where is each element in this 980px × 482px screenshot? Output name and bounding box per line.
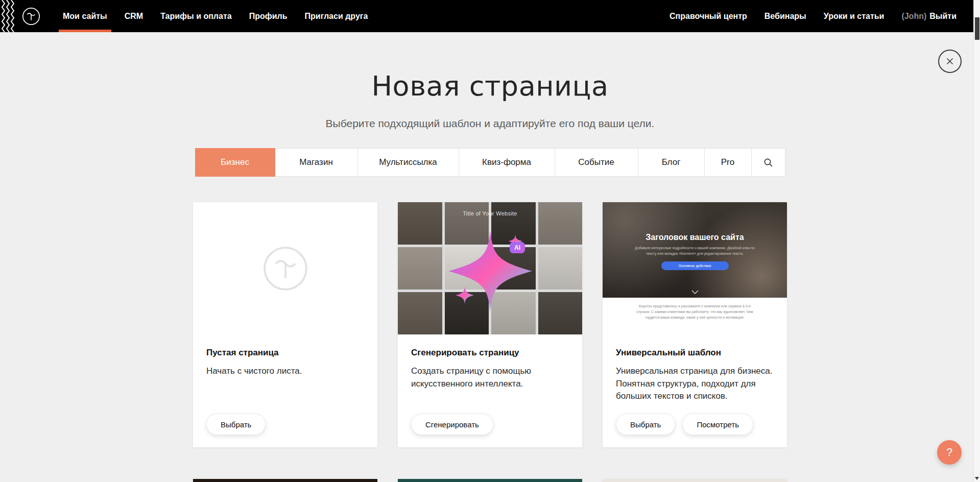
template-grid-row2	[193, 479, 787, 482]
logout-label: Выйти	[929, 12, 957, 21]
tab-search[interactable]	[752, 148, 785, 177]
template-grid: Пустая страница Начать с чистого листа. …	[193, 202, 787, 447]
template-hero-title: Заголовок вашего сайта	[603, 202, 787, 242]
template-hero-subtitle: Добавьте интересные подробности о вашей …	[634, 246, 755, 256]
nav-help-center[interactable]: Справочный центр	[661, 0, 756, 32]
nav-logout[interactable]: (John) Выйти	[893, 0, 965, 32]
scrollbar[interactable]	[973, 0, 980, 482]
template-preview: Заголовок вашего сайта Добавьте интересн…	[603, 202, 787, 334]
template-cta-button: Основное действие	[661, 261, 729, 270]
card-title: Пустая страница	[206, 348, 364, 358]
scroll-down-arrow-icon[interactable]	[975, 477, 979, 480]
help-button[interactable]: ?	[937, 440, 962, 465]
tab-shop[interactable]: Магазин	[275, 148, 358, 177]
tilda-watermark-icon	[261, 244, 310, 293]
page-subtitle: Выберите подходящий шаблон и адаптируйте…	[0, 117, 980, 130]
tilda-zigzag-decoration	[0, 0, 17, 32]
tab-business[interactable]: Бизнес	[195, 148, 275, 177]
nav-my-sites[interactable]: Мои сайты	[54, 0, 116, 32]
tab-multilink[interactable]: Мультиссылка	[358, 148, 459, 177]
search-icon	[763, 158, 773, 167]
nav-profile[interactable]: Профиль	[241, 0, 296, 32]
template-card-partial[interactable]	[398, 479, 582, 482]
top-navbar: Мои сайты CRM Тарифы и оплата Профиль Пр…	[0, 0, 973, 32]
card-description: Универсальная страница для бизнеса. Поня…	[616, 365, 774, 403]
card-description: Создать страницу с помощью искусственног…	[411, 365, 569, 390]
ai-sparkle-icon	[445, 226, 535, 316]
main-nav: Мои сайты CRM Тарифы и оплата Профиль Пр…	[54, 0, 376, 32]
generate-button[interactable]: Сгенерировать	[411, 414, 493, 435]
tab-event[interactable]: Событие	[555, 148, 638, 177]
ai-badge: AI	[510, 242, 525, 253]
tilda-logo[interactable]	[21, 7, 41, 26]
close-button[interactable]	[938, 50, 962, 73]
nav-webinars[interactable]: Вебинары	[756, 0, 815, 32]
page-title: Новая страница	[0, 38, 980, 102]
chevron-down-icon	[691, 290, 699, 294]
template-card-partial[interactable]	[193, 479, 377, 482]
secondary-nav: Справочный центр Вебинары Уроки и статьи…	[661, 0, 965, 32]
main-content: Новая страница Выберите подходящий шабло…	[0, 38, 980, 482]
card-blank-page: Пустая страница Начать с чистого листа. …	[193, 202, 377, 447]
nav-lessons[interactable]: Уроки и статьи	[815, 0, 893, 32]
collage-title: Title of Your Website	[398, 210, 582, 216]
template-hero: Заголовок вашего сайта Добавьте интересн…	[603, 202, 787, 298]
tab-pro[interactable]: Pro	[705, 148, 752, 177]
card-title: Сгенерировать страницу	[411, 348, 569, 358]
card-universal-template: Заголовок вашего сайта Добавьте интересн…	[603, 202, 787, 447]
card-description: Начать с чистого листа.	[206, 365, 364, 378]
scrollbar-thumb[interactable]	[975, 17, 979, 40]
tab-quiz-form[interactable]: Квиз-форма	[459, 148, 555, 177]
template-body-text: Коротко представьтесь и расскажите о ком…	[636, 304, 754, 321]
user-name: (John)	[901, 12, 926, 21]
choose-button[interactable]: Выбрать	[206, 414, 266, 435]
card-generate-ai: Title of Your Website AI С	[398, 202, 582, 447]
nav-tariffs[interactable]: Тарифы и оплата	[152, 0, 241, 32]
choose-button[interactable]: Выбрать	[616, 414, 675, 435]
nav-invite-friend[interactable]: Пригласи друга	[296, 0, 377, 32]
preview-button[interactable]: Посмотреть	[682, 414, 753, 435]
ai-preview: Title of Your Website AI	[398, 202, 582, 334]
template-category-tabs: Бизнес Магазин Мультиссылка Квиз-форма С…	[195, 148, 785, 177]
close-icon	[945, 57, 954, 66]
template-card-partial[interactable]	[603, 479, 787, 482]
tab-blog[interactable]: Блог	[638, 148, 705, 177]
blank-page-preview	[193, 202, 377, 334]
card-title: Универсальный шаблон	[616, 348, 774, 358]
nav-crm[interactable]: CRM	[116, 0, 152, 32]
